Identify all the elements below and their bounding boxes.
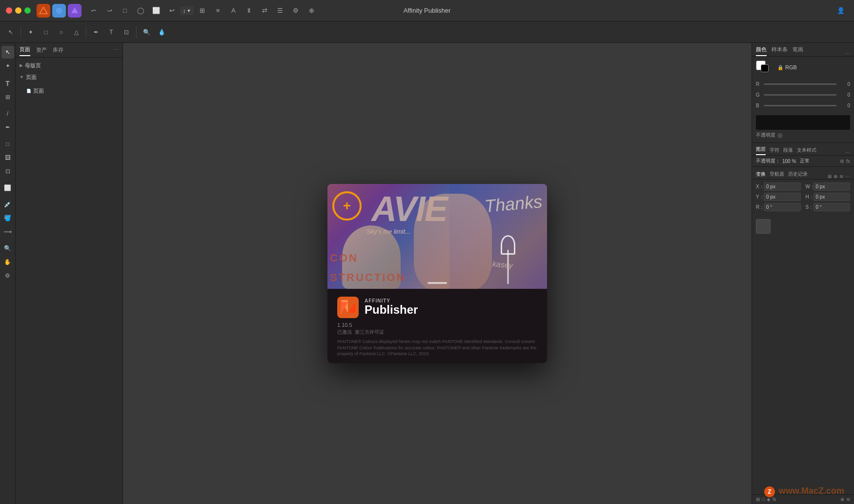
masterpages-btn-3[interactable]: ✕ [112, 62, 119, 69]
layer-opacity-value[interactable]: 100 % [782, 159, 796, 164]
tool-fill[interactable]: 🪣 [1, 212, 14, 224]
color-swatch-container[interactable] [756, 60, 772, 74]
user-icon[interactable]: 👤 [834, 3, 848, 18]
masterpages-btn-2[interactable]: ⊕ [103, 62, 110, 69]
node-tool[interactable]: ✦ [24, 25, 38, 40]
toolbar-dropdown[interactable]: ↕ ▼ [180, 6, 194, 15]
toolbar-btn-11[interactable]: ⇄ [257, 3, 272, 18]
b-slider[interactable] [764, 105, 836, 106]
tab-assets[interactable]: 资产 [36, 44, 47, 56]
page1-btn-2[interactable]: ⊕ [103, 87, 110, 94]
toolbar-btn-14[interactable]: ⊕ [304, 3, 319, 18]
tree-item-masterpages[interactable]: ▶ 母版页 □ ⊕ ✕ [16, 60, 122, 71]
tool-artboard[interactable]: ⬜ [1, 181, 14, 194]
page1-btn-1[interactable]: □ [95, 87, 102, 94]
toolbar-btn-4[interactable]: ◯ [133, 3, 148, 18]
tab-pages[interactable]: 页面 [20, 44, 30, 56]
panel-bottom-icon-6[interactable]: ≋ [846, 497, 850, 502]
toolbar-btn-8[interactable]: ≡ [210, 3, 225, 18]
panel-bottom-icon-5[interactable]: ⊕ [840, 497, 844, 502]
mini-tab-navigator[interactable]: 导航器 [770, 169, 784, 179]
splash-dialog[interactable]: + AVIE Thanks Sky's the limit... CON STR… [327, 184, 547, 363]
canvas-area[interactable]: + AVIE Thanks Sky's the limit... CON STR… [123, 43, 752, 504]
stroke-swatch[interactable] [761, 64, 769, 72]
g-slider[interactable] [764, 94, 836, 96]
mini-tab-transform[interactable]: 变换 [756, 169, 766, 179]
masterpages-btn-1[interactable]: □ [95, 62, 102, 69]
tree-item-page1[interactable]: 📄 页面 □ ⊕ ✕ [16, 83, 122, 99]
w-value[interactable]: 0 px [813, 182, 851, 191]
color-mode-label[interactable]: RGB [785, 64, 797, 70]
panel-menu-icon[interactable]: ⋯ [845, 51, 850, 56]
mini-icon-add[interactable]: ⊕ [834, 174, 837, 179]
toolbar-btn-5[interactable]: ⬜ [149, 3, 163, 18]
x-value[interactable]: 0 px [764, 182, 801, 191]
layer-menu-icon[interactable]: ⋯ [845, 150, 850, 155]
tool-blend[interactable]: ⟿ [1, 225, 14, 238]
tab-swatches[interactable]: 样本条 [772, 44, 788, 56]
panel-bottom-icon-3[interactable]: ◈ [767, 497, 771, 502]
toolbar-btn-6[interactable]: ↩ [164, 3, 179, 18]
app-icon-affinity[interactable] [37, 4, 50, 18]
toolbar-btn-2[interactable]: ⤻ [102, 3, 117, 18]
mini-tab-history[interactable]: 历史记录 [788, 169, 808, 179]
zoom-tool[interactable]: 🔍 [140, 25, 153, 40]
panel-options-icon[interactable]: ⋯ [113, 47, 119, 53]
tool-zoom[interactable]: 🔍 [1, 242, 14, 255]
tool-text[interactable]: T [1, 77, 14, 90]
toolbar-btn-13[interactable]: ⚙ [288, 3, 303, 18]
tool-settings[interactable]: ⚙ [1, 269, 14, 282]
r-slider[interactable] [764, 83, 836, 85]
triangle-tool[interactable]: △ [69, 25, 83, 40]
y-value[interactable]: 0 px [764, 193, 801, 201]
panel-bottom-icon-2[interactable]: □ [762, 497, 765, 502]
toolbar-btn-9[interactable]: A [226, 3, 241, 18]
tab-color[interactable]: 颜色 [756, 44, 767, 56]
tool-pen[interactable]: ✒ [1, 121, 14, 134]
toolbar-btn-7[interactable]: ⊞ [195, 3, 209, 18]
mini-icon-menu[interactable]: ⋯ [845, 174, 850, 179]
tool-hand[interactable]: ✋ [1, 256, 14, 268]
tool-select[interactable]: ↖ [1, 46, 14, 59]
select-tool[interactable]: ↖ [4, 25, 18, 40]
h-value[interactable]: 0 px [813, 193, 851, 201]
tree-item-pages[interactable]: ▼ 页面 + [16, 71, 122, 83]
panel-bottom-icon-4[interactable]: fx [773, 497, 776, 502]
tool-shape[interactable]: □ [1, 138, 14, 150]
toolbar-btn-3[interactable]: □ [118, 3, 132, 18]
panel-bottom-icon-1[interactable]: ⊞ [756, 497, 760, 502]
layer-fx-icon[interactable]: fx [846, 159, 850, 164]
tab-stock[interactable]: 库存 [53, 44, 63, 56]
pen-tool[interactable]: ✒ [89, 25, 103, 40]
tab-character[interactable]: 字符 [770, 145, 779, 155]
pages-btn-add[interactable]: + [112, 74, 119, 81]
toolbar-btn-12[interactable]: ☰ [273, 3, 287, 18]
tool-dropper[interactable]: 💉 [1, 198, 14, 211]
frame-tool[interactable]: ⊡ [120, 25, 133, 40]
text-tool[interactable]: T [104, 25, 118, 40]
tool-table[interactable]: ⊞ [1, 91, 14, 103]
maximize-button[interactable] [24, 7, 31, 14]
toolbar-btn-1[interactable]: ⤺ [86, 3, 101, 18]
tool-node[interactable]: ✦ [1, 60, 14, 72]
dropper-tool[interactable]: 💧 [155, 25, 168, 40]
tab-stroke[interactable]: 笔画 [793, 44, 803, 56]
s-value[interactable]: 0 ° [813, 203, 851, 211]
toolbar-btn-10[interactable]: Ⅱ [242, 3, 256, 18]
app-icon-photo[interactable] [52, 4, 66, 18]
app-icon-designer[interactable] [68, 4, 81, 18]
tab-textstyle[interactable]: 文本样式 [797, 145, 816, 155]
rect-tool[interactable]: □ [39, 25, 53, 40]
close-button[interactable] [6, 7, 12, 14]
layer-blend-mode[interactable]: 正常 [800, 158, 810, 164]
tool-image[interactable]: 🖼 [1, 151, 14, 164]
ellipse-tool[interactable]: ○ [54, 25, 68, 40]
r-field-value[interactable]: 0 ° [764, 203, 801, 211]
mini-icon-filter[interactable]: ≋ [839, 174, 843, 179]
tool-place[interactable]: ⊡ [1, 165, 14, 178]
layer-settings-icon[interactable]: ⚙ [840, 159, 844, 164]
tool-line[interactable]: / [1, 107, 14, 120]
page1-btn-3[interactable]: ✕ [112, 87, 119, 94]
tab-layers[interactable]: 图层 [756, 144, 766, 155]
minimize-button[interactable] [15, 7, 21, 14]
